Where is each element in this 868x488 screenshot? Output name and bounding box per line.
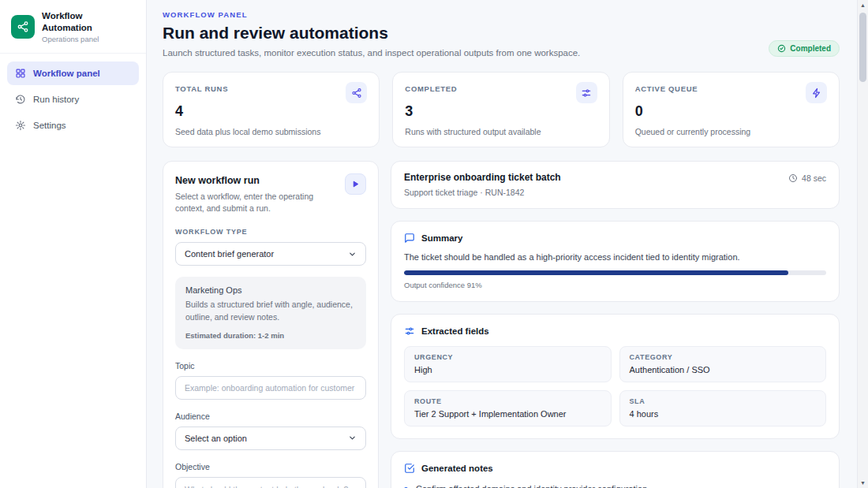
field-box-urgency: URGENCY High (404, 346, 612, 382)
audience-label: Audience (175, 412, 366, 421)
sidebar: Workflow Automation Operations panel Wor… (0, 0, 147, 488)
sidebar-item-label: Workflow panel (33, 69, 100, 78)
run-subtitle: Support ticket triage · RUN-1842 (404, 188, 561, 197)
stat-description: Runs with structured output available (405, 127, 597, 136)
chevron-down-icon (348, 434, 357, 442)
main-content: WORKFLOW PANEL Run and review automation… (147, 0, 857, 488)
run-header-card: Enterprise onboarding ticket batch Suppo… (391, 161, 840, 209)
workflow-type-value: Content brief generator (185, 249, 274, 259)
sidebar-item-settings[interactable]: Settings (7, 114, 139, 137)
sliders-icon (404, 326, 415, 337)
form-title: New workflow run (175, 175, 333, 186)
field-box-category: CATEGORY Authentication / SSO (619, 346, 827, 382)
note-item: Confirm affected domains and identity pr… (404, 484, 826, 488)
status-badge: Completed (769, 40, 840, 57)
extracted-fields-grid: URGENCY High CATEGORY Authentication / S… (404, 346, 826, 427)
workflow-type-select[interactable]: Content brief generator (175, 242, 366, 266)
confidence-label: Output confidence 91% (404, 281, 826, 289)
stats-row: TOTAL RUNS 4 Seed data plus local demo s… (163, 72, 840, 147)
extracted-fields-title: Extracted fields (421, 326, 489, 336)
field-value: 4 hours (630, 409, 817, 419)
workflow-team: Marketing Ops (185, 285, 356, 295)
audience-value: Select an option (185, 434, 247, 443)
message-square-icon (404, 233, 415, 244)
extracted-fields-card: Extracted fields URGENCY High CATEGORY A… (391, 314, 840, 439)
objective-textarea[interactable] (175, 477, 366, 488)
page-eyebrow: WORKFLOW PANEL (163, 10, 840, 19)
summary-title: Summary (421, 233, 462, 243)
confidence-progress-track (404, 270, 826, 275)
workflow-duration: Estimated duration: 1-2 min (185, 331, 356, 340)
new-run-form-card: New workflow run Select a workflow, ente… (163, 161, 379, 488)
scrollbar-thumb[interactable] (859, 13, 866, 82)
window-scrollbar[interactable]: ▲ ▼ (857, 0, 868, 488)
sidebar-item-run-history[interactable]: Run history (7, 88, 139, 111)
field-value: Authentication / SSO (630, 365, 817, 374)
stat-card-completed: COMPLETED 3 Runs with structured output … (392, 72, 609, 147)
brand-text: Workflow Automation Operations panel (42, 10, 135, 43)
objective-field-wrap (175, 477, 366, 488)
run-detail-column: Enterprise onboarding ticket batch Suppo… (391, 161, 840, 488)
page-subtitle: Launch structured tasks, monitor executi… (163, 48, 580, 58)
app-title: Workflow Automation (42, 10, 135, 34)
workflow-icon (346, 82, 367, 103)
check-square-icon (404, 463, 415, 474)
run-duration-label: 48 sec (802, 173, 826, 183)
app-logo-icon (11, 15, 35, 39)
stat-label: COMPLETED (405, 82, 457, 93)
app-subtitle: Operations panel (42, 35, 135, 43)
app-window: Workflow Automation Operations panel Wor… (0, 0, 868, 488)
sidebar-item-label: Settings (33, 121, 66, 130)
stat-card-total-runs: TOTAL RUNS 4 Seed data plus local demo s… (163, 72, 380, 147)
field-label: ROUTE (414, 397, 601, 405)
chevron-down-icon (348, 250, 357, 259)
summary-card: Summary The ticket should be handled as … (391, 221, 840, 302)
generated-notes-card: Generated notes Confirm affected domains… (391, 451, 840, 488)
audience-select[interactable]: Select an option (175, 427, 366, 450)
sidebar-item-label: Run history (33, 95, 79, 104)
run-header-text: Enterprise onboarding ticket batch Suppo… (404, 172, 561, 197)
content-columns: New workflow run Select a workflow, ente… (163, 161, 840, 488)
workflow-type-label: WORKFLOW TYPE (175, 228, 366, 236)
run-submit-button[interactable] (345, 173, 366, 195)
bolt-icon (806, 82, 827, 103)
field-value: High (414, 365, 601, 374)
stat-label: ACTIVE QUEUE (635, 82, 698, 93)
workflow-info-box: Marketing Ops Builds a structured brief … (175, 277, 366, 349)
note-text: Confirm affected domains and identity pr… (416, 484, 649, 488)
page-title: Run and review automations (163, 24, 580, 43)
field-label: SLA (630, 397, 817, 405)
topic-label: Topic (175, 361, 366, 371)
objective-label: Objective (175, 462, 366, 471)
topic-input[interactable] (175, 376, 366, 400)
status-badge-label: Completed (790, 44, 831, 53)
field-box-route: ROUTE Tier 2 Support + Implementation Ow… (404, 390, 612, 427)
run-duration: 48 sec (788, 172, 826, 183)
stat-label: TOTAL RUNS (175, 82, 228, 93)
sidebar-item-workflow-panel[interactable]: Workflow panel (7, 61, 139, 85)
sidebar-nav: Workflow panel Run history Settings (0, 54, 146, 145)
clock-icon (788, 173, 798, 183)
gear-icon (15, 120, 26, 131)
field-box-sla: SLA 4 hours (619, 390, 827, 427)
confidence-fill (404, 270, 788, 275)
stat-value: 4 (175, 103, 367, 120)
field-label: URGENCY (414, 353, 601, 361)
run-title: Enterprise onboarding ticket batch (404, 172, 561, 183)
history-icon (15, 94, 26, 105)
field-value: Tier 2 Support + Implementation Owner (414, 409, 601, 419)
workflow-info-description: Builds a structured brief with angle, au… (185, 299, 356, 324)
scroll-down-arrow-icon[interactable]: ▼ (860, 478, 866, 488)
stat-description: Queued or currently processing (635, 127, 827, 136)
check-circle-icon (777, 44, 786, 53)
stat-card-active-queue: ACTIVE QUEUE 0 Queued or currently proce… (623, 72, 840, 147)
grid-icon (15, 68, 26, 79)
stat-value: 0 (635, 103, 827, 120)
form-head-text: New workflow run Select a workflow, ente… (175, 173, 333, 214)
scroll-up-arrow-icon[interactable]: ▲ (860, 0, 866, 10)
brand: Workflow Automation Operations panel (0, 0, 146, 54)
stat-value: 3 (405, 103, 597, 120)
field-label: CATEGORY (630, 353, 817, 361)
stat-description: Seed data plus local demo submissions (175, 127, 367, 136)
play-icon (351, 180, 360, 188)
